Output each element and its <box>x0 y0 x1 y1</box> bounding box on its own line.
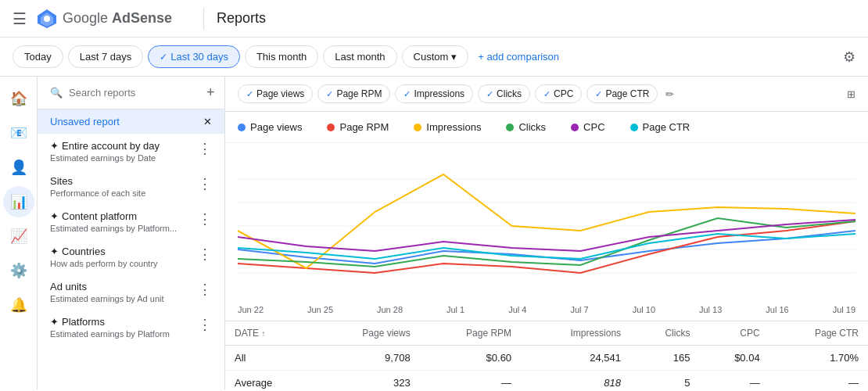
chart-x-axis: Jun 22 Jun 25 Jun 28 Jul 1 Jul 4 Jul 7 J… <box>225 305 868 321</box>
more-icon[interactable]: ⋮ <box>198 316 212 333</box>
cell-pagerpm-all: $0.60 <box>420 346 521 371</box>
x-label-9: Jul 19 <box>833 305 855 314</box>
chip-page-views[interactable]: ✓ Page views <box>238 84 313 103</box>
chip-impressions[interactable]: ✓ Impressions <box>395 84 473 103</box>
cell-pagectr-all: 1.70% <box>769 346 868 371</box>
col-cpc[interactable]: CPC <box>699 321 769 346</box>
x-label-1: Jun 25 <box>307 305 333 314</box>
main-content: ✓ Page views ✓ Page RPM ✓ Impressions ✓ … <box>225 77 868 389</box>
legend-dot-impressions <box>414 124 421 131</box>
more-icon[interactable]: ⋮ <box>198 281 212 298</box>
x-label-6: Jul 10 <box>633 305 655 314</box>
more-icon[interactable]: ⋮ <box>198 246 212 263</box>
filter-lastmonth[interactable]: Last month <box>323 45 396 68</box>
search-reports-input[interactable] <box>69 87 200 99</box>
header-divider <box>203 8 204 30</box>
cell-cpc-avg: — <box>699 371 769 390</box>
page-title: Reports <box>217 10 266 27</box>
chip-page-ctr[interactable]: ✓ Page CTR <box>586 84 658 103</box>
legend-page-ctr: Page CTR <box>630 121 690 133</box>
chart-area <box>225 143 868 305</box>
main-layout: 🏠 📧 👤 📊 📈 ⚙️ 🔔 🔍 + Unsaved report ✕ ✦ En… <box>0 77 868 389</box>
more-icon[interactable]: ⋮ <box>198 175 212 192</box>
cell-pagectr-avg: — <box>769 371 868 390</box>
close-icon[interactable]: ✕ <box>203 116 212 127</box>
sparkle-icon: ✦ <box>50 210 59 222</box>
check-icon: ✓ <box>246 89 253 99</box>
legend-dot-cpc <box>571 124 579 131</box>
nav-analytics-icon[interactable]: 📈 <box>3 221 34 252</box>
filter-icon[interactable]: ⊞ <box>847 88 855 100</box>
add-comparison-btn[interactable]: + add comparison <box>478 51 559 63</box>
nav-home-icon[interactable]: 🏠 <box>3 83 34 114</box>
left-nav: 🏠 📧 👤 📊 📈 ⚙️ 🔔 <box>0 77 38 389</box>
sparkle-icon: ✦ <box>50 246 59 257</box>
sort-icon: ↑ <box>261 329 265 338</box>
add-report-icon[interactable]: + <box>206 84 215 101</box>
check-icon: ✓ <box>486 89 493 99</box>
legend-dot-page-views <box>238 124 246 131</box>
chip-clicks[interactable]: ✓ Clicks <box>478 84 530 103</box>
active-item-label: Unsaved report <box>50 116 120 127</box>
cell-cpc-all: $0.04 <box>699 346 769 371</box>
table-row: All 9,708 $0.60 24,541 165 $0.04 1.70% <box>225 346 868 371</box>
legend-dot-page-ctr <box>630 124 638 131</box>
more-icon[interactable]: ⋮ <box>198 210 212 228</box>
legend-page-views: Page views <box>238 121 302 133</box>
filter-last30[interactable]: ✓ Last 30 days <box>148 45 240 68</box>
col-page-views[interactable]: Page views <box>314 321 420 346</box>
sidebar-item-entire-account[interactable]: ✦ Entire account by day Estimated earnin… <box>38 134 224 169</box>
check-icon: ✓ <box>595 89 602 99</box>
legend-cpc: CPC <box>571 121 604 133</box>
filter-last7[interactable]: Last 7 days <box>68 45 144 68</box>
sidebar-item-content-platform[interactable]: ✦ Content platform Estimated earnings by… <box>38 204 224 239</box>
filter-custom[interactable]: Custom ▾ <box>402 45 469 68</box>
col-page-rpm[interactable]: Page RPM <box>420 321 521 346</box>
col-impressions[interactable]: Impressions <box>521 321 630 346</box>
sidebar-item-countries[interactable]: ✦ Countries How ads perform by country ⋮ <box>38 239 224 274</box>
sidebar: 🔍 + Unsaved report ✕ ✦ Entire account by… <box>38 77 225 389</box>
cell-impressions-all: 24,541 <box>521 346 630 371</box>
edit-metrics-icon[interactable]: ✏ <box>665 88 674 100</box>
sparkle-icon: ✦ <box>50 316 59 328</box>
legend-dot-page-rpm <box>327 124 335 131</box>
sidebar-active-item[interactable]: Unsaved report ✕ <box>38 109 224 134</box>
sidebar-item-platforms[interactable]: ✦ Platforms Estimated earnings by Platfo… <box>38 310 224 345</box>
chip-cpc[interactable]: ✓ CPC <box>535 84 582 103</box>
nav-notifications-icon[interactable]: 🔔 <box>3 289 34 321</box>
nav-account-icon[interactable]: 👤 <box>3 152 34 183</box>
nav-email-icon[interactable]: 📧 <box>3 117 34 149</box>
sparkle-icon: ✦ <box>50 140 59 152</box>
nav-reports-icon[interactable]: 📊 <box>3 186 34 217</box>
more-icon[interactable]: ⋮ <box>198 140 212 157</box>
metric-chips-bar: ✓ Page views ✓ Page RPM ✓ Impressions ✓ … <box>225 77 868 112</box>
settings-icon[interactable]: ⚙ <box>843 48 855 66</box>
app-logo: Google AdSense <box>36 8 172 30</box>
filter-bar: Today Last 7 days ✓ Last 30 days This mo… <box>0 38 868 77</box>
check-icon: ✓ <box>404 89 411 99</box>
cell-date-avg: Average <box>225 371 314 390</box>
filter-today[interactable]: Today <box>13 45 63 68</box>
table-header-row: DATE ↑ Page views Page RPM Impressions C… <box>225 321 868 346</box>
col-date[interactable]: DATE ↑ <box>225 321 314 346</box>
chevron-down-icon: ▾ <box>451 51 457 63</box>
legend-clicks: Clicks <box>506 121 546 133</box>
chart-legend: Page views Page RPM Impressions Clicks C… <box>225 112 868 143</box>
cell-date-all: All <box>225 346 314 371</box>
sidebar-item-sites[interactable]: Sites Performance of each site ⋮ <box>38 169 224 204</box>
filter-thismonth[interactable]: This month <box>245 45 318 68</box>
app-header: ☰ Google AdSense Reports <box>0 0 868 38</box>
legend-page-rpm: Page RPM <box>327 121 389 133</box>
line-chart <box>238 156 855 296</box>
menu-icon[interactable]: ☰ <box>13 9 27 28</box>
cell-pageviews-all: 9,708 <box>314 346 420 371</box>
x-label-2: Jun 28 <box>377 305 403 314</box>
sidebar-item-ad-units[interactable]: Ad units Estimated earnings by Ad unit ⋮ <box>38 274 224 310</box>
col-page-ctr[interactable]: Page CTR <box>769 321 868 346</box>
nav-settings-icon[interactable]: ⚙️ <box>3 255 34 286</box>
col-clicks[interactable]: Clicks <box>630 321 699 346</box>
x-label-5: Jul 7 <box>570 305 588 314</box>
chip-page-rpm[interactable]: ✓ Page RPM <box>317 84 390 103</box>
cell-clicks-all: 165 <box>630 346 699 371</box>
cell-clicks-avg: 5 <box>630 371 699 390</box>
